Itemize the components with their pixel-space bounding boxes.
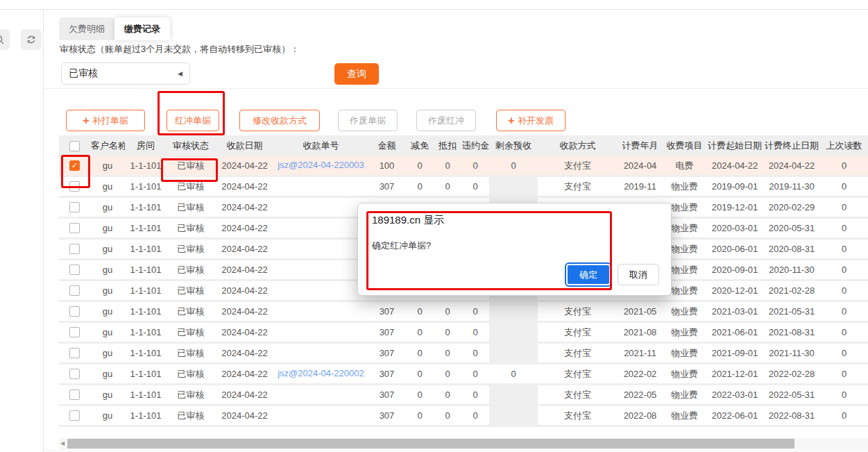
bottom-strip <box>44 449 868 452</box>
row-checkbox[interactable] <box>69 202 80 212</box>
cell-date: 2024-04-22 <box>215 344 274 365</box>
column-header-reduce: 减免 <box>406 135 434 156</box>
cell-receipt: jsz@2024-04-220002 <box>274 365 368 385</box>
row-checkbox[interactable] <box>69 244 80 254</box>
cell-item: 物业费 <box>663 365 706 385</box>
cell-amount: 307 <box>368 385 406 406</box>
cell-receipt <box>274 240 368 260</box>
cell-receipt <box>274 281 368 302</box>
dialog-cancel-button[interactable]: 取消 <box>618 264 659 285</box>
column-header-receipt: 收款单号 <box>274 135 368 156</box>
cell-item: 物业费 <box>663 385 706 406</box>
column-header-room: 房间 <box>125 135 167 156</box>
cell-reading: 0 <box>820 156 868 177</box>
cell-date: 2024-04-22 <box>215 219 274 240</box>
row-checkbox[interactable] <box>69 306 80 317</box>
scrollbar-left-arrow-icon[interactable]: ◀ <box>60 440 65 446</box>
cell-date: 2024-04-22 <box>215 198 274 219</box>
cell-surplus: 0 <box>489 156 538 177</box>
scrollbar-thumb[interactable] <box>67 439 794 449</box>
row-checkbox[interactable]: ✓ <box>69 160 80 171</box>
cell-reading: 0 <box>820 240 868 260</box>
search-icon[interactable] <box>0 29 10 50</box>
cell-reduce: 0 <box>406 302 434 323</box>
cell-room: 1-1-101 <box>125 177 167 198</box>
top-divider <box>0 9 868 10</box>
cell-date: 2024-04-22 <box>215 323 274 344</box>
cell-reduce: 0 <box>406 406 434 427</box>
cell-reading: 0 <box>820 406 868 427</box>
cell-surplus: 0 <box>489 365 538 385</box>
cell-penalty: 0 <box>461 302 489 323</box>
cell-customer: gu <box>90 177 125 198</box>
cell-start: 2022-03-01 <box>706 385 763 406</box>
tab-arrears-detail[interactable]: 欠费明细 <box>59 17 114 40</box>
row-checkbox[interactable] <box>69 181 80 192</box>
row-checkbox[interactable] <box>69 410 80 421</box>
dialog-ok-button[interactable]: 确定 <box>566 264 611 285</box>
tab-payment-records[interactable]: 缴费记录 <box>114 17 170 40</box>
cell-customer: gu <box>90 260 125 281</box>
row-checkbox[interactable] <box>69 327 80 337</box>
cell-method: 支付宝 <box>538 156 618 177</box>
row-checkbox-cell <box>59 281 90 302</box>
cell-item: 电费 <box>663 156 706 177</box>
row-checkbox[interactable] <box>69 348 80 358</box>
row-checkbox[interactable] <box>69 285 80 296</box>
cell-receipt <box>274 260 368 281</box>
cell-receipt <box>274 323 368 344</box>
column-header-amount: 金额 <box>368 135 406 156</box>
cell-date: 2024-04-22 <box>215 365 274 385</box>
cell-date: 2024-04-22 <box>215 406 274 427</box>
row-checkbox-cell <box>59 177 90 198</box>
audit-status-select[interactable]: 已审核 ◀ <box>61 62 190 85</box>
cell-item: 物业费 <box>663 344 706 365</box>
table-row: gu1-1-101已审核2024-04-22307000支付宝2021-08物业… <box>59 323 868 344</box>
cell-receipt <box>274 385 368 406</box>
row-checkbox[interactable] <box>69 265 80 275</box>
cell-month: 2022-02 <box>618 365 663 385</box>
cell-status: 已审核 <box>167 219 215 240</box>
toolbar-button-4[interactable]: 作废红冲 <box>416 110 476 131</box>
cell-end: 2022-05-31 <box>763 385 820 406</box>
cell-customer: gu <box>90 156 125 177</box>
cell-end: 2022-08-31 <box>763 406 820 427</box>
column-header-date: 收款日期 <box>215 135 274 156</box>
cell-penalty: 0 <box>461 323 489 344</box>
cell-surplus <box>489 177 538 198</box>
cell-status: 已审核 <box>167 406 215 427</box>
toolbar-button-5[interactable]: +补开发票 <box>496 110 565 131</box>
receipt-link[interactable]: jsz@2024-04-220003 <box>278 160 364 170</box>
cell-room: 1-1-101 <box>125 406 167 427</box>
row-checkbox[interactable] <box>69 369 80 379</box>
cell-customer: gu <box>90 365 125 385</box>
toolbar-button-0[interactable]: +补打单据 <box>66 110 145 131</box>
refresh-icon[interactable] <box>21 29 42 50</box>
cell-deduct: 0 <box>434 177 461 198</box>
cell-reading: 0 <box>820 219 868 240</box>
cell-date: 2024-04-22 <box>215 302 274 323</box>
toolbar-button-2[interactable]: 修改收款方式 <box>239 110 320 131</box>
toolbar-button-1[interactable]: 红冲单据 <box>167 110 219 131</box>
cell-penalty: 0 <box>461 344 489 365</box>
toolbar-button-3[interactable]: 作废单据 <box>338 110 398 131</box>
row-checkbox[interactable] <box>69 390 80 400</box>
row-checkbox-cell <box>59 240 90 260</box>
select-all-checkbox[interactable] <box>69 141 80 151</box>
cell-receipt <box>274 344 368 365</box>
cell-amount: 307 <box>368 406 406 427</box>
horizontal-scrollbar[interactable]: ◀ <box>59 438 868 449</box>
cell-method: 支付宝 <box>538 344 618 365</box>
cell-deduct: 0 <box>434 385 461 406</box>
receipt-link[interactable]: jsz@2024-04-220002 <box>278 368 364 378</box>
cell-reduce: 0 <box>406 365 434 385</box>
cell-end: 2021-08-31 <box>763 323 820 344</box>
cell-month: 2021-08 <box>618 323 663 344</box>
query-button[interactable]: 查询 <box>334 63 379 85</box>
row-checkbox[interactable] <box>69 223 80 233</box>
header-select-all <box>59 135 90 156</box>
row-checkbox-cell <box>59 406 90 427</box>
cell-end: 2019-11-30 <box>763 177 820 198</box>
cell-reduce: 0 <box>406 177 434 198</box>
cell-amount: 307 <box>368 344 406 365</box>
